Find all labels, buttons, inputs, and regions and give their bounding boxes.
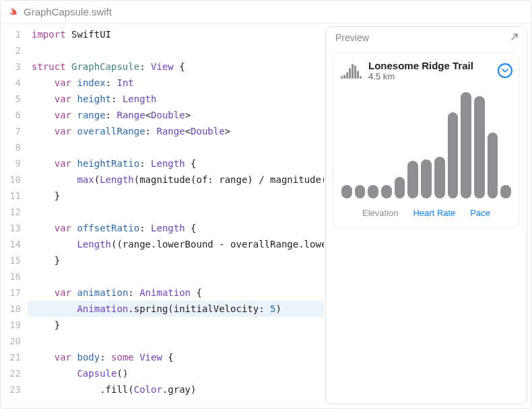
svg-rect-7: [360, 76, 362, 79]
code-line[interactable]: }: [28, 252, 324, 268]
chart-capsule: [448, 112, 459, 198]
line-number: 20: [1, 333, 21, 349]
chart-capsule: [500, 185, 511, 198]
svg-rect-0: [341, 76, 343, 79]
content-row: 1234567891011121314151617181920212223 im…: [1, 24, 531, 408]
svg-rect-1: [343, 75, 345, 79]
chart-capsule: [341, 185, 352, 198]
preview-card: Lonesome Ridge Trail 4.5 km Elevation He…: [333, 52, 520, 228]
line-number: 7: [1, 123, 21, 139]
preview-header: Preview: [326, 27, 527, 47]
trail-distance: 4.5 km: [368, 71, 491, 81]
chart-capsule: [395, 177, 405, 198]
code-line[interactable]: max(Length(magnitude(of: range) / magnit…: [28, 172, 324, 188]
code-line[interactable]: Length((range.lowerBound - overallRange.…: [28, 236, 324, 252]
preview-title: Preview: [335, 32, 369, 43]
code-line[interactable]: import SwiftUI: [28, 26, 324, 42]
code-line[interactable]: [28, 42, 324, 59]
chart-tabs: Elevation Heart Rate Pace: [340, 208, 512, 218]
chart-capsule: [488, 133, 498, 198]
line-number: 19: [1, 317, 21, 333]
swift-file-icon: [7, 7, 18, 17]
chart-capsule: [407, 161, 418, 198]
svg-rect-3: [349, 68, 351, 79]
code-line[interactable]: var animation: Animation {: [28, 285, 324, 301]
code-line[interactable]: Animation.spring(initialVelocity: 5): [28, 301, 324, 317]
line-number: 6: [1, 107, 21, 123]
line-number: 15: [1, 252, 21, 268]
code-line[interactable]: var index: Int: [28, 75, 324, 91]
line-number: 10: [1, 172, 21, 188]
line-number: 21: [1, 349, 21, 365]
preview-panel: Preview: [325, 26, 527, 404]
chart-capsule: [434, 157, 445, 198]
code-editor[interactable]: 1234567891011121314151617181920212223 im…: [1, 24, 324, 408]
line-number: 1: [1, 26, 21, 42]
code-line[interactable]: var range: Range<Double>: [28, 107, 324, 123]
chart-capsule: [381, 185, 392, 198]
line-number: 13: [1, 220, 21, 236]
svg-rect-4: [352, 64, 354, 79]
tab-elevation[interactable]: Elevation: [362, 208, 398, 218]
code-line[interactable]: [28, 204, 324, 220]
code-line[interactable]: var overallRange: Range<Double>: [28, 123, 324, 139]
code-line[interactable]: [28, 268, 324, 285]
trail-thumb-icon: [340, 61, 362, 80]
line-number: 16: [1, 268, 21, 285]
line-number: 14: [1, 236, 21, 252]
line-number: 4: [1, 75, 21, 91]
line-number: 17: [1, 285, 21, 301]
tab-pace[interactable]: Pace: [470, 208, 490, 218]
code-line[interactable]: [28, 333, 324, 349]
line-number: 5: [1, 91, 21, 107]
file-name: GraphCapsule.swift: [24, 6, 112, 17]
line-number: 9: [1, 155, 21, 172]
code-line[interactable]: }: [28, 188, 324, 204]
code-line[interactable]: var heightRatio: Length {: [28, 155, 324, 172]
code-line[interactable]: var body: some View {: [28, 349, 324, 365]
line-number: 3: [1, 59, 21, 75]
code-line[interactable]: struct GraphCapsule: View {: [28, 59, 324, 75]
chart-capsule: [421, 159, 432, 198]
svg-rect-5: [354, 65, 356, 79]
line-number: 8: [1, 139, 21, 155]
code-line[interactable]: .fill(Color.gray): [28, 381, 324, 398]
ide-window: GraphCapsule.swift 123456789101112131415…: [0, 0, 532, 409]
chart-capsule: [368, 185, 378, 198]
svg-rect-2: [346, 72, 348, 79]
line-number: 12: [1, 204, 21, 220]
trail-title: Lonesome Ridge Trail: [368, 60, 491, 71]
tab-heart-rate[interactable]: Heart Rate: [413, 208, 455, 218]
trail-row: Lonesome Ridge Trail 4.5 km: [340, 60, 512, 81]
expand-icon[interactable]: [510, 33, 519, 43]
line-number: 22: [1, 365, 21, 381]
code-area[interactable]: import SwiftUIstruct GraphCapsule: View …: [28, 26, 324, 408]
code-line[interactable]: var offsetRatio: Length {: [28, 220, 324, 236]
line-number: 23: [1, 381, 21, 398]
elevation-chart: [340, 91, 512, 198]
chevron-down-circle-icon[interactable]: [498, 63, 512, 78]
chart-capsule: [461, 92, 471, 198]
code-line[interactable]: }: [28, 317, 324, 333]
line-number: 2: [1, 42, 21, 59]
file-titlebar: GraphCapsule.swift: [1, 1, 531, 24]
code-line[interactable]: var height: Length: [28, 91, 324, 107]
svg-rect-6: [357, 71, 359, 79]
chart-capsule: [355, 185, 366, 198]
trail-info: Lonesome Ridge Trail 4.5 km: [368, 60, 491, 81]
line-number: 18: [1, 301, 21, 317]
code-line[interactable]: Capsule(): [28, 365, 324, 381]
line-number: 11: [1, 188, 21, 204]
code-line[interactable]: [28, 139, 324, 155]
line-number-gutter: 1234567891011121314151617181920212223: [1, 26, 28, 408]
chart-capsule: [474, 96, 485, 198]
